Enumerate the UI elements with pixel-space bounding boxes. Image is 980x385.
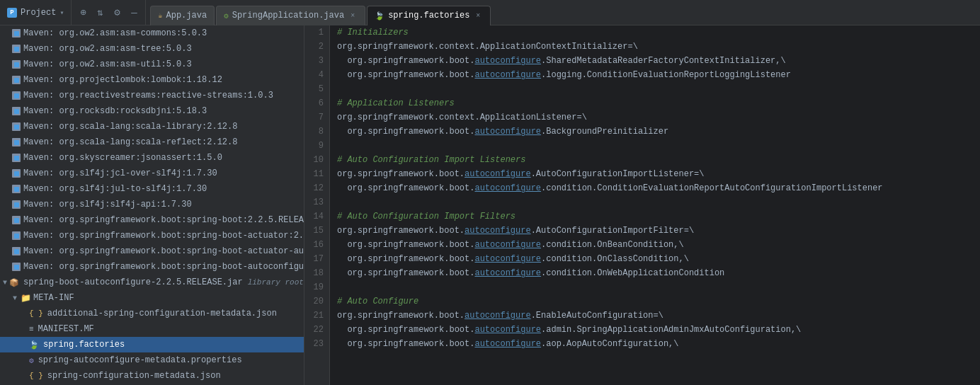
list-item[interactable]: Maven: org.ow2.asm:asm-commons:5.0.3 xyxy=(0,25,304,41)
json-file-icon: { } xyxy=(29,309,43,318)
folder-icon: 📁 xyxy=(21,293,31,304)
file-autoconfigure-metadata[interactable]: ⚙ spring-autoconfigure-metadata.properti… xyxy=(0,352,304,368)
list-item[interactable]: Maven: org.springframework.boot:spring-b… xyxy=(0,212,304,228)
list-item[interactable]: Maven: org.reactivestreams:reactive-stre… xyxy=(0,88,304,103)
tab-bar: ☕ App.java ⚙ SpringApplication.java × 🍃 … xyxy=(146,0,980,25)
tab-spring-label: SpringApplication.java xyxy=(232,11,344,21)
list-item[interactable]: Maven: org.springframework.boot:spring-b… xyxy=(0,228,304,243)
code-line-21: org.springframework.boot.autoconfigure.E… xyxy=(337,309,980,323)
code-line-9 xyxy=(337,139,980,153)
code-line-2: org.springframework.context.ApplicationC… xyxy=(337,40,980,54)
ln-2: 2 xyxy=(304,40,324,54)
project-icon: P xyxy=(7,8,17,18)
library-root-label: library root xyxy=(248,278,304,287)
file-label: spring-configuration-metadata.json xyxy=(47,371,221,381)
code-line-20: # Auto Configure xyxy=(337,294,980,309)
list-item[interactable]: Maven: org.springframework.boot:spring-b… xyxy=(0,243,304,259)
jar-label: spring-boot-autoconfigure-2.2.5.RELEASE.… xyxy=(23,277,243,287)
file-configuration-metadata[interactable]: { } spring-configuration-metadata.json xyxy=(0,368,304,384)
expand-arrow: ▼ xyxy=(3,279,7,287)
code-line-17: org.springframework.boot.autoconfigure.c… xyxy=(337,252,980,266)
code-line-13 xyxy=(337,195,980,209)
tab-app-java[interactable]: ☕ App.java xyxy=(150,6,215,25)
file-additional-metadata[interactable]: { } additional-spring-configuration-meta… xyxy=(0,306,304,321)
meta-inf-arrow: ▼ xyxy=(11,294,18,302)
top-bar: P Project ▾ ⊕ ⇅ ⚙ — ☕ App.java ⚙ SpringA… xyxy=(0,0,980,25)
editor-area[interactable]: 1 2 3 4 5 6 7 8 9 10 11 12 13 14 15 16 1… xyxy=(304,25,980,385)
file-label: spring.factories xyxy=(43,340,125,350)
file-spring-factories[interactable]: 🍃 spring.factories xyxy=(0,337,304,352)
ln-11: 11 xyxy=(304,167,324,181)
list-item[interactable]: Maven: org.slf4j:jcl-over-slf4j:1.7.30 xyxy=(0,166,304,181)
code-line-3: org.springframework.boot.autoconfigure.S… xyxy=(337,54,980,68)
meta-inf-folder[interactable]: ▼ 📁 META-INF xyxy=(0,290,304,306)
list-item[interactable]: Maven: org.skyscreamer:jsonassert:1.5.0 xyxy=(0,150,304,166)
line-numbers: 1 2 3 4 5 6 7 8 9 10 11 12 13 14 15 16 1… xyxy=(304,25,330,385)
ln-5: 5 xyxy=(304,82,324,96)
close-panel-icon[interactable]: — xyxy=(128,7,139,18)
factories-icon: 🍃 xyxy=(29,340,39,350)
tab-factories-close[interactable]: × xyxy=(473,11,483,21)
ln-21: 21 xyxy=(304,309,324,323)
code-line-14: # Auto Configuration Import Filters xyxy=(337,209,980,224)
settings-icon[interactable]: ⚙ xyxy=(111,7,122,18)
ln-3: 3 xyxy=(304,54,324,68)
code-line-6: # Application Listeners xyxy=(337,96,980,110)
list-item[interactable]: Maven: org.slf4j:slf4j-api:1.7.30 xyxy=(0,197,304,212)
code-line-16: org.springframework.boot.autoconfigure.c… xyxy=(337,238,980,252)
ln-23: 23 xyxy=(304,337,324,351)
list-item[interactable]: Maven: org.scala-lang:scala-reflect:2.12… xyxy=(0,134,304,150)
jar-item[interactable]: ▼ 📦 spring-boot-autoconfigure-2.2.5.RELE… xyxy=(0,275,304,290)
mf-file-icon: ≡ xyxy=(29,325,34,333)
toolbar-tools: ⊕ ⇅ ⚙ — xyxy=(72,0,146,25)
java-file-icon: ☕ xyxy=(158,11,162,20)
factories-file-icon: 🍃 xyxy=(375,11,384,21)
ln-1: 1 xyxy=(304,25,324,40)
sort-icon[interactable]: ⇅ xyxy=(94,7,106,18)
code-line-23: org.springframework.boot.autoconfigure.a… xyxy=(337,337,980,351)
ln-7: 7 xyxy=(304,110,324,125)
json-icon: { } xyxy=(29,372,43,380)
ln-22: 22 xyxy=(304,323,324,337)
ln-13: 13 xyxy=(304,195,324,209)
file-manifest[interactable]: ≡ MANIFEST.MF xyxy=(0,321,304,337)
code-line-12: org.springframework.boot.autoconfigure.c… xyxy=(337,181,980,195)
list-item[interactable]: Maven: org.ow2.asm:asm-tree:5.0.3 xyxy=(0,41,304,57)
jar-icon: 📦 xyxy=(9,278,19,287)
project-label: Project xyxy=(21,8,56,18)
project-dropdown[interactable]: P Project ▾ xyxy=(0,0,72,25)
ln-14: 14 xyxy=(304,209,324,224)
ln-9: 9 xyxy=(304,139,324,153)
ln-20: 20 xyxy=(304,294,324,309)
ln-18: 18 xyxy=(304,266,324,280)
project-dropdown-arrow: ▾ xyxy=(59,8,64,17)
list-item[interactable]: Maven: org.springframework.boot:spring-b… xyxy=(0,259,304,275)
ln-15: 15 xyxy=(304,224,324,238)
ln-16: 16 xyxy=(304,238,324,252)
tab-factories[interactable]: 🍃 spring.factories × xyxy=(367,6,491,25)
ln-4: 4 xyxy=(304,68,324,82)
code-line-5 xyxy=(337,82,980,96)
tab-spring-close[interactable]: × xyxy=(348,11,358,21)
tab-app-label: App.java xyxy=(166,11,207,21)
code-line-8: org.springframework.boot.autoconfigure.B… xyxy=(337,125,980,139)
add-icon[interactable]: ⊕ xyxy=(77,7,89,18)
tab-factories-label: spring.factories xyxy=(388,11,469,21)
code-line-15: org.springframework.boot.autoconfigure.A… xyxy=(337,224,980,238)
code-line-4: org.springframework.boot.autoconfigure.l… xyxy=(337,68,980,82)
ln-12: 12 xyxy=(304,181,324,195)
ln-17: 17 xyxy=(304,252,324,266)
list-item[interactable]: Maven: org.projectlombok:lombok:1.18.12 xyxy=(0,72,304,88)
tab-spring-application[interactable]: ⚙ SpringApplication.java × xyxy=(216,6,365,25)
list-item[interactable]: Maven: org.ow2.asm:asm-util:5.0.3 xyxy=(0,57,304,72)
list-item[interactable]: Maven: org.scala-lang:scala-library:2.12… xyxy=(0,119,304,134)
code-line-1: # Initializers xyxy=(337,25,980,40)
code-content: # Initializers org.springframework.conte… xyxy=(330,25,980,385)
list-item[interactable]: Maven: org.slf4j:jul-to-slf4j:1.7.30 xyxy=(0,181,304,197)
file-label: additional-spring-configuration-metadata… xyxy=(47,309,277,318)
ln-6: 6 xyxy=(304,96,324,110)
list-item[interactable]: Maven: org.rocksdb:rocksdbjni:5.18.3 xyxy=(0,103,304,119)
props-icon: ⚙ xyxy=(29,356,34,365)
ln-8: 8 xyxy=(304,125,324,139)
code-line-19 xyxy=(337,280,980,294)
